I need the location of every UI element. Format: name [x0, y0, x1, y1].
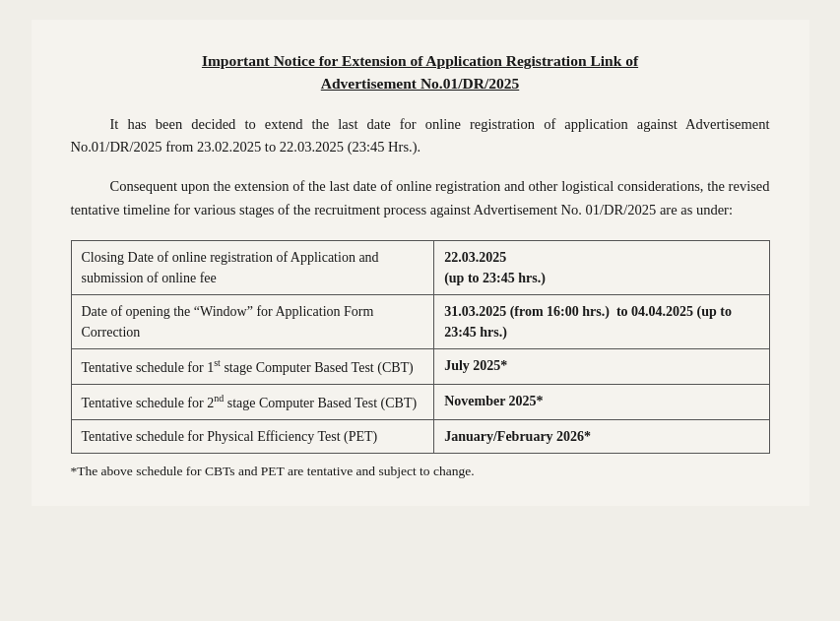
table-cell-col1-row4: Tentative schedule for 2nd stage Compute…: [71, 384, 434, 419]
table-cell-col1-row1: Closing Date of online registration of A…: [71, 241, 434, 295]
table-row: Closing Date of online registration of A…: [71, 241, 769, 295]
title-line2: Advertisement No.01/DR/2025: [321, 75, 519, 92]
table-cell-col2-row3: July 2025*: [434, 349, 769, 385]
notice-container: Important Notice for Extension of Applic…: [32, 20, 809, 506]
table-row: Tentative schedule for 2nd stage Compute…: [71, 384, 769, 419]
paragraph-1: It has been decided to extend the last d…: [71, 113, 770, 160]
table-row: Tentative schedule for Physical Efficien…: [71, 419, 769, 453]
schedule-table: Closing Date of online registration of A…: [71, 240, 770, 453]
table-cell-col1-row2: Date of opening the “Window” for Applica…: [71, 295, 434, 349]
footnote: *The above schedule for CBTs and PET are…: [71, 462, 770, 481]
paragraph-2: Consequent upon the extension of the las…: [71, 175, 770, 222]
table-cell-col2-row2: 31.03.2025 (from 16:00 hrs.) to 04.04.20…: [434, 295, 769, 349]
notice-title: Important Notice for Extension of Applic…: [71, 49, 770, 95]
table-cell-col2-row4: November 2025*: [434, 384, 769, 419]
table-row: Tentative schedule for 1st stage Compute…: [71, 349, 769, 385]
title-line1: Important Notice for Extension of Applic…: [202, 52, 638, 69]
table-cell-col2-row5: January/February 2026*: [434, 419, 769, 453]
table-row: Date of opening the “Window” for Applica…: [71, 295, 769, 349]
table-cell-col2-row1: 22.03.2025(up to 23:45 hrs.): [434, 241, 769, 295]
table-cell-col1-row3: Tentative schedule for 1st stage Compute…: [71, 349, 434, 385]
table-cell-col1-row5: Tentative schedule for Physical Efficien…: [71, 419, 434, 453]
